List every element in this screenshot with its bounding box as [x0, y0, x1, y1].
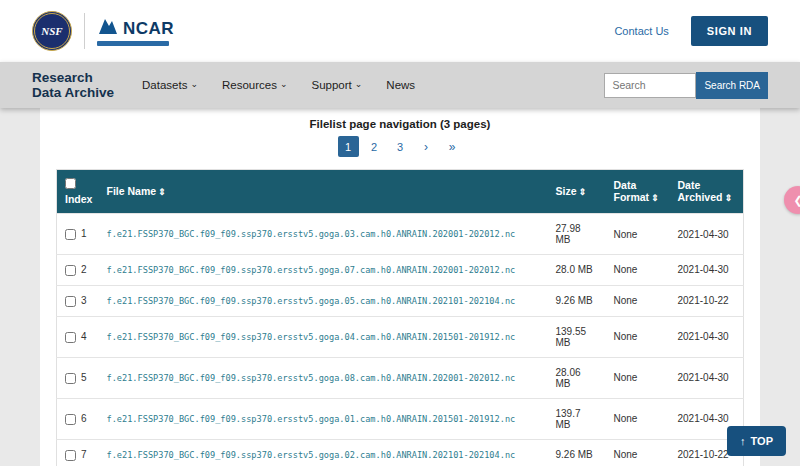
date-archived: 2021-04-30 [670, 214, 744, 255]
header-data-format-label: Data Format [614, 179, 650, 204]
nav-item-resources[interactable]: Resources ⌄ [222, 79, 288, 91]
file-cell: f.e21.FSSP370_BGC.f09_f09.ssp370.ersstv5… [99, 285, 548, 316]
file-link[interactable]: f.e21.FSSP370_BGC.f09_f09.ssp370.ersstv5… [107, 414, 540, 424]
table-row: 4 f.e21.FSSP370_BGC.f09_f09.ssp370.ersst… [57, 316, 744, 357]
row-checkbox[interactable] [65, 450, 76, 461]
ncar-flag-icon [97, 17, 119, 39]
data-format: None [606, 285, 670, 316]
page-button-3[interactable]: 3 [390, 136, 411, 157]
table-row: 1 f.e21.FSSP370_BGC.f09_f09.ssp370.ersst… [57, 214, 744, 255]
sort-icon[interactable]: ⇕ [579, 187, 587, 197]
header-index-label: Index [65, 193, 92, 205]
page-button-1[interactable]: 1 [338, 136, 359, 157]
row-checkbox[interactable] [65, 373, 76, 384]
date-archived: 2021-10-22 [670, 285, 744, 316]
top-button-label: TOP [751, 435, 773, 447]
sort-icon[interactable]: ⇕ [651, 193, 659, 203]
file-cell: f.e21.FSSP370_BGC.f09_f09.ssp370.ersstv5… [99, 398, 548, 439]
pagination: 1 2 3 › » [56, 136, 744, 157]
row-index: 2 [81, 264, 87, 275]
nav-item-news[interactable]: News [386, 79, 415, 91]
file-size: 27.98 MB [548, 214, 606, 255]
file-size: 139.7 MB [548, 398, 606, 439]
caret-down-icon: ⌄ [190, 80, 198, 89]
file-size: 139.55 MB [548, 316, 606, 357]
row-checkbox[interactable] [65, 296, 76, 307]
data-format: None [606, 357, 670, 398]
nav-item-support[interactable]: Support ⌄ [312, 79, 363, 91]
file-cell: f.e21.FSSP370_BGC.f09_f09.ssp370.ersstv5… [99, 439, 548, 466]
file-link[interactable]: f.e21.FSSP370_BGC.f09_f09.ssp370.ersstv5… [107, 373, 540, 383]
nav-item-label: Datasets [142, 79, 187, 91]
file-size: 9.26 MB [548, 285, 606, 316]
header-file-name[interactable]: File Name⇕ [99, 170, 548, 214]
site-title[interactable]: Research Data Archive [32, 70, 114, 100]
nav-menu: Datasets ⌄ Resources ⌄ Support ⌄ News [142, 79, 415, 91]
site-title-line1: Research [32, 70, 93, 85]
row-index: 1 [81, 228, 87, 239]
table-row: 6 f.e21.FSSP370_BGC.f09_f09.ssp370.ersst… [57, 398, 744, 439]
nsf-logo-icon[interactable]: NSF [32, 11, 72, 51]
table-row: 2 f.e21.FSSP370_BGC.f09_f09.ssp370.ersst… [57, 255, 744, 286]
row-index: 7 [81, 449, 87, 460]
back-to-top-button[interactable]: ↑ TOP [727, 426, 786, 456]
row-index: 5 [81, 372, 87, 383]
last-page-button[interactable]: » [442, 136, 463, 157]
nav-item-datasets[interactable]: Datasets ⌄ [142, 79, 198, 91]
header-size[interactable]: Size⇕ [548, 170, 606, 214]
date-archived: 2021-04-30 [670, 316, 744, 357]
row-index: 6 [81, 413, 87, 424]
file-cell: f.e21.FSSP370_BGC.f09_f09.ssp370.ersstv5… [99, 316, 548, 357]
feedback-button[interactable]: ❮ [784, 186, 800, 214]
index-cell: 3 [57, 285, 99, 316]
row-checkbox[interactable] [65, 332, 76, 343]
file-link[interactable]: f.e21.FSSP370_BGC.f09_f09.ssp370.ersstv5… [107, 296, 540, 306]
site-title-line2: Data Archive [32, 85, 114, 100]
header-date-archived[interactable]: Date Archived⇕ [670, 170, 744, 214]
file-link[interactable]: f.e21.FSSP370_BGC.f09_f09.ssp370.ersstv5… [107, 332, 540, 342]
data-format: None [606, 316, 670, 357]
feedback-chevron-icon: ❮ [793, 194, 800, 207]
page-button-2[interactable]: 2 [364, 136, 385, 157]
file-link[interactable]: f.e21.FSSP370_BGC.f09_f09.ssp370.ersstv5… [107, 265, 540, 275]
ncar-wordmark: NCAR [123, 19, 174, 39]
header-data-format[interactable]: Data Format⇕ [606, 170, 670, 214]
search-area: Search RDA [604, 72, 768, 99]
file-size: 28.06 MB [548, 357, 606, 398]
filelist-pagination-title: Filelist page navigation (3 pages) [56, 118, 744, 130]
row-checkbox[interactable] [65, 229, 76, 240]
header-size-label: Size [556, 185, 577, 197]
up-arrow-icon: ↑ [740, 435, 746, 447]
filelist-table-body: 1 f.e21.FSSP370_BGC.f09_f09.ssp370.ersst… [57, 214, 744, 466]
table-row: 7 f.e21.FSSP370_BGC.f09_f09.ssp370.ersst… [57, 439, 744, 466]
sort-icon[interactable]: ⇕ [158, 187, 166, 197]
file-link[interactable]: f.e21.FSSP370_BGC.f09_f09.ssp370.ersstv5… [107, 229, 540, 239]
sort-icon[interactable]: ⇕ [724, 193, 732, 203]
date-archived: 2021-04-30 [670, 255, 744, 286]
index-cell: 2 [57, 255, 99, 286]
row-checkbox[interactable] [65, 265, 76, 276]
table-row: 5 f.e21.FSSP370_BGC.f09_f09.ssp370.ersst… [57, 357, 744, 398]
contact-us-link[interactable]: Contact Us [614, 25, 668, 37]
filelist-table: Index File Name⇕ Size⇕ Data Format⇕ Date… [56, 169, 744, 466]
file-link[interactable]: f.e21.FSSP370_BGC.f09_f09.ssp370.ersstv5… [107, 450, 540, 460]
select-all-checkbox[interactable] [65, 178, 76, 189]
index-cell: 7 [57, 439, 99, 466]
row-index: 3 [81, 295, 87, 306]
content-card: Filelist page navigation (3 pages) 1 2 3… [40, 108, 760, 466]
next-page-button[interactable]: › [416, 136, 437, 157]
file-cell: f.e21.FSSP370_BGC.f09_f09.ssp370.ersstv5… [99, 357, 548, 398]
header-date-archived-label: Date Archived [678, 179, 723, 204]
row-checkbox[interactable] [65, 414, 76, 425]
search-rda-button[interactable]: Search RDA [696, 72, 768, 99]
ncar-logo[interactable]: NCAR [97, 17, 174, 46]
sign-in-button[interactable]: SIGN IN [691, 16, 768, 46]
data-format: None [606, 255, 670, 286]
table-row: 3 f.e21.FSSP370_BGC.f09_f09.ssp370.ersst… [57, 285, 744, 316]
nav-item-label: Resources [222, 79, 277, 91]
search-input[interactable] [604, 73, 696, 98]
data-format: None [606, 439, 670, 466]
caret-down-icon: ⌄ [355, 80, 363, 89]
date-archived: 2021-04-30 [670, 357, 744, 398]
caret-down-icon: ⌄ [280, 80, 288, 89]
